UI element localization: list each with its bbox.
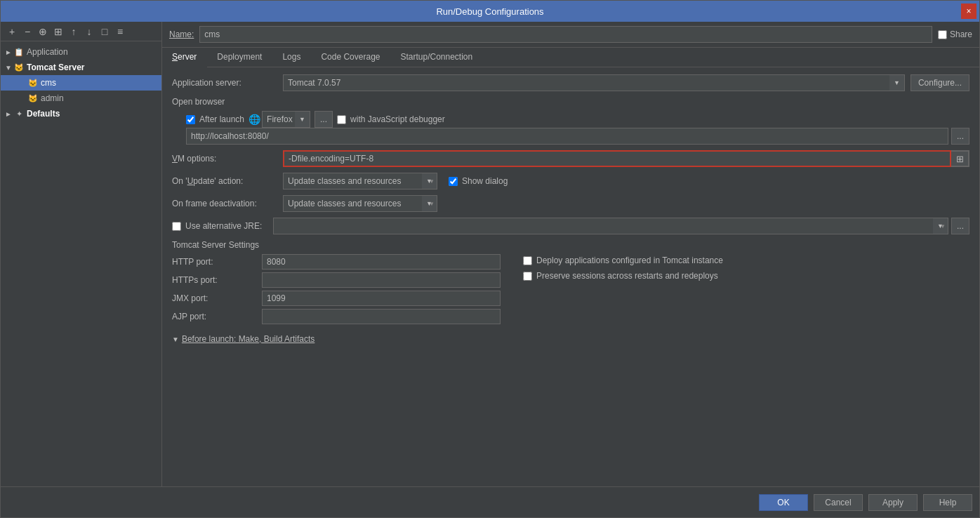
on-frame-select-wrapper: Update classes and resources ▼ bbox=[283, 195, 437, 212]
on-update-row: On 'Update' action: Update classes and r… bbox=[172, 173, 969, 190]
url-dots-button[interactable]: ... bbox=[951, 128, 969, 145]
tab-code-coverage[interactable]: Code Coverage bbox=[311, 48, 390, 67]
alt-jre-checkbox-row: Use alternative JRE: bbox=[172, 221, 262, 231]
before-launch-row: ▼ Before launch: Make, Build Artifacts bbox=[172, 334, 969, 344]
sidebar-item-admin[interactable]: 🐱 admin bbox=[1, 91, 161, 106]
after-launch-checkbox[interactable] bbox=[186, 115, 195, 124]
tab-label: Server bbox=[172, 52, 197, 62]
sort-button[interactable]: ≡ bbox=[113, 25, 127, 39]
right-panel: Name: Share Server Deployment Logs bbox=[162, 22, 979, 486]
alt-jre-checkbox[interactable] bbox=[172, 222, 181, 231]
remove-button[interactable]: − bbox=[20, 25, 34, 39]
tab-server[interactable]: Server bbox=[162, 48, 207, 67]
before-launch-arrow-icon: ▼ bbox=[172, 336, 179, 343]
http-port-input[interactable] bbox=[262, 254, 501, 270]
title-bar: Run/Debug Configurations × bbox=[1, 1, 979, 22]
https-port-input[interactable] bbox=[262, 272, 501, 288]
js-debugger-checkbox[interactable] bbox=[337, 115, 346, 124]
on-frame-arrow-icon[interactable]: ▼ bbox=[422, 195, 437, 212]
name-bar: Name: Share bbox=[162, 22, 979, 48]
jmx-port-label: JMX port: bbox=[172, 293, 256, 303]
dialog-title: Run/Debug Configurations bbox=[436, 6, 543, 17]
on-update-select-wrapper: Update classes and resources ▼ bbox=[283, 173, 437, 190]
move-up-button[interactable]: ↑ bbox=[67, 25, 81, 39]
show-dialog-label: Show dialog bbox=[462, 176, 508, 186]
share-checkbox[interactable] bbox=[938, 30, 947, 39]
run-debug-configurations-dialog: Run/Debug Configurations × + − ⊕ ⊞ ↑ ↓ □… bbox=[0, 0, 980, 518]
show-dialog-checkbox[interactable] bbox=[449, 177, 458, 186]
ajp-port-input[interactable] bbox=[262, 309, 501, 324]
vm-options-field-wrapper: ⊞ bbox=[283, 150, 969, 167]
firefox-select-wrapper: 🌐 Firefox ▼ bbox=[249, 111, 310, 128]
firefox-icon: 🌐 bbox=[249, 114, 260, 125]
tabs-bar: Server Deployment Logs Code Coverage Sta… bbox=[162, 48, 979, 67]
folder-button[interactable]: □ bbox=[98, 25, 112, 39]
app-server-row: Application server: Tomcat 7.0.57 ▼ Conf… bbox=[172, 74, 969, 91]
deploy-in-tomcat-row: Deploy applications configured in Tomcat… bbox=[523, 255, 969, 265]
open-browser-label: Open browser bbox=[172, 97, 969, 107]
share-checkbox-row: Share bbox=[938, 29, 972, 39]
arrow-icon: ▼ bbox=[4, 64, 13, 72]
on-update-arrow-icon[interactable]: ▼ bbox=[422, 173, 437, 190]
alt-jre-arrow-icon[interactable]: ▼ bbox=[933, 218, 948, 234]
sidebar-item-defaults[interactable]: ► ✦ Defaults bbox=[1, 106, 161, 121]
ok-button[interactable]: OK bbox=[759, 494, 808, 511]
firefox-dropdown-arrow-icon[interactable]: ▼ bbox=[295, 111, 310, 128]
arrow-icon: ► bbox=[4, 48, 13, 56]
on-frame-select[interactable]: Update classes and resources bbox=[283, 195, 437, 212]
after-launch-row: After launch 🌐 Firefox ▼ ... with JavaSc… bbox=[186, 111, 969, 128]
tab-label: Deployment bbox=[217, 52, 262, 62]
move-down-button[interactable]: ↓ bbox=[82, 25, 96, 39]
sidebar-item-tomcat-server[interactable]: ▼ 🐱 Tomcat Server bbox=[1, 60, 161, 75]
preserve-sessions-checkbox[interactable] bbox=[523, 272, 532, 281]
deploy-section: Deploy applications configured in Tomcat… bbox=[523, 254, 969, 327]
sidebar-item-label: Application bbox=[27, 47, 68, 57]
app-server-select[interactable]: Tomcat 7.0.57 bbox=[283, 74, 905, 91]
tab-label: Logs bbox=[282, 52, 300, 62]
sidebar-item-cms[interactable]: 🐱 cms bbox=[1, 75, 161, 91]
alt-jre-select[interactable] bbox=[273, 218, 948, 234]
tab-label: Startup/Connection bbox=[400, 52, 472, 62]
sidebar-item-application[interactable]: ► 📋 Application bbox=[1, 44, 161, 60]
tab-startup-connection[interactable]: Startup/Connection bbox=[390, 48, 483, 67]
apply-button[interactable]: Apply bbox=[868, 494, 918, 511]
application-icon: 📋 bbox=[13, 46, 25, 58]
name-label: Name: bbox=[169, 29, 194, 39]
defaults-icon: ✦ bbox=[13, 108, 25, 119]
tab-logs[interactable]: Logs bbox=[272, 48, 311, 67]
cancel-button[interactable]: Cancel bbox=[814, 494, 863, 511]
port-section: HTTP port: HTTPs port: JMX port: AJP por… bbox=[172, 254, 509, 327]
add-button[interactable]: + bbox=[5, 25, 19, 39]
sidebar-tree: ► 📋 Application ▼ 🐱 Tomcat Server 🐱 cms bbox=[1, 41, 161, 486]
server-tab-content: Application server: Tomcat 7.0.57 ▼ Conf… bbox=[162, 67, 979, 486]
vm-options-input[interactable] bbox=[283, 150, 951, 167]
configure-button[interactable]: Configure... bbox=[911, 74, 969, 91]
preserve-sessions-row: Preserve sessions across restarts and re… bbox=[523, 271, 969, 281]
before-launch-label: Before launch: Make, Build Artifacts bbox=[182, 334, 314, 344]
expand-button[interactable]: ⊞ bbox=[51, 25, 65, 39]
close-button[interactable]: × bbox=[961, 4, 976, 19]
alt-jre-dots-button[interactable]: ... bbox=[951, 218, 969, 234]
deploy-in-tomcat-label: Deploy applications configured in Tomcat… bbox=[536, 255, 723, 265]
vm-options-edit-button[interactable]: ⊞ bbox=[951, 150, 969, 167]
name-input[interactable] bbox=[199, 26, 932, 43]
js-debugger-label: with JavaScript debugger bbox=[350, 114, 445, 124]
preserve-sessions-label: Preserve sessions across restarts and re… bbox=[536, 271, 718, 281]
vm-options-label: VM options: bbox=[172, 154, 277, 164]
on-update-select[interactable]: Update classes and resources bbox=[283, 173, 437, 190]
tab-deployment[interactable]: Deployment bbox=[207, 48, 272, 67]
url-input[interactable] bbox=[186, 128, 948, 145]
alt-jre-label: Use alternative JRE: bbox=[185, 221, 262, 231]
jmx-port-input[interactable] bbox=[262, 291, 501, 306]
tomcat-settings-layout: HTTP port: HTTPs port: JMX port: AJP por… bbox=[172, 254, 969, 327]
copy-button[interactable]: ⊕ bbox=[36, 25, 50, 39]
sidebar-item-label: admin bbox=[41, 93, 64, 103]
dropdown-arrow-icon[interactable]: ▼ bbox=[889, 74, 905, 91]
browser-dots-button[interactable]: ... bbox=[314, 111, 333, 128]
sidebar-item-label: cms bbox=[41, 78, 56, 88]
alt-jre-select-wrapper: ▼ ... bbox=[273, 218, 969, 234]
deploy-in-tomcat-checkbox[interactable] bbox=[523, 256, 532, 265]
tomcat-icon: 🐱 bbox=[27, 93, 39, 104]
tomcat-icon: 🐱 bbox=[13, 62, 25, 73]
help-button[interactable]: Help bbox=[923, 494, 972, 511]
